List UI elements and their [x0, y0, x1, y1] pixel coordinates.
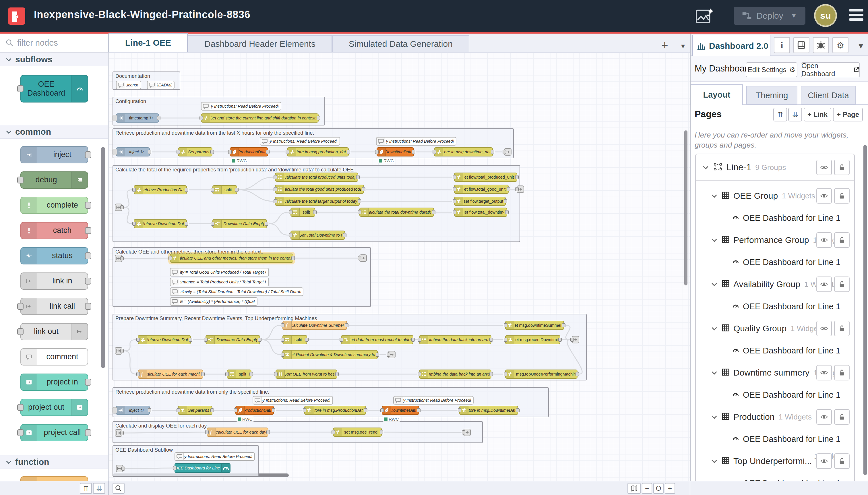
output-port[interactable]	[313, 210, 317, 214]
node-Calculate-the-total-good-units-produced-[interactable]: Calculate the total good units produced …	[275, 185, 364, 194]
node-Calculate-the-total-produced-units-today[interactable]: Calculate the total produced units today	[275, 173, 358, 182]
output-port[interactable]	[516, 408, 520, 412]
sidebar-caret-icon[interactable]: ▼	[857, 41, 865, 51]
output-port[interactable]	[185, 222, 188, 226]
output-port[interactable]	[85, 227, 91, 234]
info-icon[interactable]: i	[774, 37, 790, 53]
node-set-flow.total_good_units[interactable]: set flow.total_good_units	[454, 185, 509, 194]
visibility-eye-icon[interactable]	[816, 188, 832, 204]
tab-dashboard-2[interactable]: Dashboard 2.0	[692, 35, 770, 56]
open-dashboard-button[interactable]: Open Dashboard	[801, 62, 860, 77]
input-port[interactable]	[225, 372, 229, 376]
tab-theming[interactable]: Theming	[746, 86, 797, 105]
node-ProductionData[interactable]: ProductionData	[236, 406, 274, 415]
palette-search-input[interactable]: filter nodes	[0, 34, 108, 53]
palette-node-catch[interactable]: catch	[20, 222, 88, 239]
input-port[interactable]	[274, 199, 277, 203]
node-timestamp-↻[interactable]: timestamp ↻	[116, 114, 159, 123]
deploy-button[interactable]: Deploy ▼	[734, 7, 805, 25]
input-port[interactable]	[17, 176, 23, 184]
output-port[interactable]	[85, 303, 91, 310]
node-Calculate-the-total-downtime-duration[interactable]: Calculate the total downtime duration	[359, 208, 434, 217]
palette-node-link-call[interactable]: link call	[20, 298, 88, 315]
tree-row-widget[interactable]: OEE Dashboard for Line 1	[696, 387, 854, 403]
node-Availavity-=-(Total-Shift-Duration---Tot[interactable]: Availavity = (Total Shift Duration - Tot…	[170, 287, 303, 296]
add-link-button[interactable]: + Link	[804, 108, 831, 121]
input-port[interactable]	[204, 338, 208, 342]
node-Key-Instructions:-Read-Before-Proceeding[interactable]: Key Instructions: Read Before Proceeding	[376, 137, 456, 146]
flow-tab-Simulated-Data-Generation[interactable]: Simulated Data Generation	[332, 35, 469, 52]
zoom-out-button[interactable]: −	[642, 483, 652, 494]
output-port[interactable]	[291, 256, 295, 260]
output-port[interactable]	[266, 150, 270, 154]
node-store-in-msg.DowntimeData[interactable]: store in msg.DowntimeData	[459, 406, 518, 415]
node-set-msg.topUnderPerformingMachines[interactable]: set msg.topUnderPerformingMachines	[505, 370, 577, 379]
input-port[interactable]	[570, 338, 574, 342]
node-split[interactable]: split	[212, 185, 237, 194]
input-port[interactable]	[169, 256, 172, 260]
output-port[interactable]	[305, 338, 309, 342]
node-inject-↻[interactable]: inject ↻	[116, 406, 150, 415]
output-port[interactable]	[210, 408, 214, 412]
node-set-flow.total_produced_units[interactable]: set flow.total_produced_units	[454, 173, 517, 182]
tree-row-widget[interactable]: OEE Dashboard for Line 1	[696, 343, 854, 358]
palette-node-inject[interactable]: inject	[20, 146, 88, 164]
user-avatar[interactable]: su	[814, 4, 837, 27]
input-port[interactable]	[504, 323, 507, 327]
canvas-vertical-scrollbar[interactable]	[684, 130, 688, 285]
input-port[interactable]	[132, 222, 136, 226]
tab-client-data[interactable]: Client Data	[801, 86, 856, 105]
output-port[interactable]	[85, 429, 91, 436]
node-Combine-the-data-back-into-an-array.[interactable]: Combine the data back into an array.	[419, 335, 491, 344]
node-store-in-msg.downtime_data[interactable]: store in msg.downtime_data	[434, 147, 493, 156]
input-port[interactable]	[289, 233, 293, 237]
palette-node-link-out[interactable]: link out	[20, 323, 88, 340]
palette-node-project-out[interactable]: project out	[20, 399, 88, 416]
tab-layout[interactable]: Layout	[691, 84, 743, 105]
input-port[interactable]	[285, 150, 289, 154]
input-port[interactable]	[462, 430, 465, 434]
node-q2[interactable]	[359, 254, 367, 262]
tree-row-group-Performance-Group[interactable]: Performance Group 1 Widgets	[696, 232, 854, 248]
palette-node-project-in[interactable]: project in	[20, 374, 88, 391]
input-port[interactable]	[387, 353, 390, 357]
debug-bug-icon[interactable]	[813, 37, 829, 53]
output-port[interactable]	[412, 150, 415, 154]
node-Sort-data-from-most-recent-to-oldest[interactable]: Sort data from most recent to oldest	[341, 335, 413, 344]
node-Set-params[interactable]: Set params	[178, 406, 212, 415]
output-port[interactable]	[356, 175, 360, 179]
input-port[interactable]	[380, 408, 384, 412]
output-port[interactable]	[335, 372, 339, 376]
input-port[interactable]	[504, 338, 507, 342]
edit-settings-button[interactable]: Edit Settings⚙	[746, 62, 797, 77]
input-port[interactable]	[458, 408, 461, 412]
input-port[interactable]	[228, 150, 232, 154]
node-r11[interactable]	[388, 351, 396, 358]
unlock-icon[interactable]	[834, 276, 850, 292]
input-port[interactable]	[132, 188, 136, 192]
node-r9[interactable]	[572, 336, 579, 343]
node-set-flow.target_output[interactable]: set flow.target_output	[454, 197, 506, 206]
node-p8[interactable]	[517, 186, 524, 193]
tree-row-group-Availability-Group[interactable]: Availability Group 1 Widgets	[696, 276, 854, 292]
input-port[interactable]	[211, 222, 214, 226]
node-calculate-OEE-for-each-day[interactable]: fcalculate OEE for each day	[207, 428, 268, 437]
node-Calculate-OEE-and-other-metrics,-then-st[interactable]: Calculate OEE and other metrics, then st…	[170, 254, 293, 263]
palette-section-common[interactable]: common	[0, 125, 108, 139]
node-split[interactable]: split	[282, 335, 307, 344]
output-port[interactable]	[120, 349, 124, 353]
node-Combine-the-data-back-into-an-array.[interactable]: Combine the data back into an array.	[419, 370, 491, 379]
visibility-eye-icon[interactable]	[816, 276, 832, 292]
output-port[interactable]	[85, 278, 91, 285]
input-port[interactable]	[17, 328, 23, 335]
node-README[interactable]: README	[147, 81, 175, 89]
node-q0[interactable]	[115, 255, 122, 262]
output-port[interactable]	[505, 210, 509, 214]
inject-button[interactable]	[112, 407, 117, 413]
expand-all-button[interactable]: ⇊	[788, 108, 802, 121]
palette-section-subflows[interactable]: subflows	[0, 53, 108, 66]
node-set-msg.downtimeSummery[interactable]: set msg.downtimeSummery	[505, 321, 564, 330]
tree-row-group-OEE-Group[interactable]: OEE Group 1 Widgets	[696, 188, 854, 204]
output-port[interactable]	[376, 353, 379, 357]
palette-node-comment[interactable]: comment	[20, 348, 88, 365]
